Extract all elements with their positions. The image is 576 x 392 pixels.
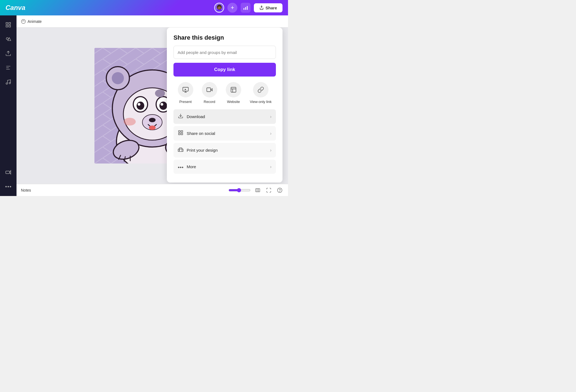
view-only-label: View-only link [250,100,271,104]
present-label: Present [179,100,192,104]
avatar[interactable]: 👩🏾‍🦱 [214,3,224,13]
svg-rect-54 [179,133,180,135]
svg-rect-61 [256,189,260,192]
animate-button[interactable]: Animate [21,19,42,24]
svg-rect-56 [178,149,183,151]
svg-rect-53 [181,131,183,132]
download-icon [178,113,183,120]
share-option-view-only[interactable]: View-only link [250,82,271,104]
analytics-button[interactable] [241,3,251,13]
svg-point-7 [6,38,8,40]
share-social-icon [178,130,183,137]
sidebar-item-audio[interactable] [2,76,14,88]
share-option-website[interactable]: Website [226,82,241,104]
print-chevron: › [270,148,271,153]
canva-logo: Canva [6,4,25,12]
print-menu-item[interactable]: Print your design › [173,143,276,157]
svg-point-15 [8,186,9,187]
fullscreen-button[interactable] [265,186,273,194]
header-right: 👩🏾‍🦱 + Share [214,3,282,13]
sidebar-item-upload[interactable] [2,47,14,59]
website-icon [226,82,241,97]
svg-point-14 [6,186,7,187]
svg-rect-2 [247,6,248,10]
notes-button[interactable]: Notes [21,188,31,192]
zoom-control [229,188,251,192]
bottom-right-controls [229,186,284,194]
svg-point-11 [9,82,11,84]
fit-to-screen-button[interactable] [254,186,262,194]
svg-point-35 [149,126,156,130]
website-label: Website [227,100,240,104]
print-icon [178,147,183,154]
svg-rect-52 [179,131,180,132]
share-options-row: Present Record [173,82,276,104]
help-button[interactable] [276,186,284,194]
canvas-bottom-bar: Notes [17,184,288,196]
share-option-record[interactable]: Record [202,82,217,104]
svg-point-17 [21,19,26,23]
svg-rect-55 [181,133,183,135]
svg-point-59 [180,167,181,168]
more-icon [178,164,183,170]
svg-rect-1 [245,7,246,10]
share-on-social-menu-item[interactable]: Share on social › [173,126,276,141]
svg-marker-13 [10,171,11,174]
svg-point-38 [155,89,165,97]
svg-point-34 [149,118,156,122]
sidebar-item-text[interactable] [2,62,14,74]
sidebar-item-layout[interactable] [2,19,14,31]
svg-marker-48 [185,89,186,90]
svg-rect-12 [6,171,10,173]
svg-point-10 [6,83,8,85]
svg-point-62 [278,188,282,192]
svg-rect-50 [231,87,236,92]
sidebar-item-elements[interactable] [2,33,14,45]
svg-point-24 [112,72,124,84]
header-left: Canva [6,4,25,12]
copy-link-button[interactable]: Copy link [173,63,276,77]
svg-rect-5 [6,25,8,27]
svg-rect-3 [6,23,8,24]
download-label: Download [187,114,205,119]
view-only-icon [253,82,268,97]
svg-point-36 [124,118,136,126]
sidebar-item-video[interactable] [2,166,14,178]
share-social-label: Share on social [187,131,215,136]
svg-point-31 [159,102,167,110]
svg-point-16 [10,186,11,187]
share-button[interactable]: Share [254,3,282,12]
email-input[interactable] [173,46,276,59]
svg-point-28 [137,102,144,110]
add-button[interactable]: + [227,3,237,13]
canvas-area: Animate [17,15,288,196]
svg-rect-49 [207,88,211,92]
svg-point-60 [182,167,183,168]
svg-point-29 [138,103,140,106]
record-icon [202,82,217,97]
canvas-content: Share this design Copy link [17,28,288,184]
svg-point-58 [178,167,180,168]
share-button-label: Share [265,6,277,10]
svg-point-32 [161,103,163,106]
zoom-slider[interactable] [229,188,251,192]
header: Canva 👩🏾‍🦱 + Share [0,0,288,15]
print-label: Print your design [187,148,218,153]
share-panel-title: Share this design [173,34,276,41]
svg-rect-0 [244,8,244,10]
svg-rect-6 [9,25,10,27]
download-menu-item[interactable]: Download › [173,109,276,124]
share-social-chevron: › [270,131,271,136]
more-menu-item[interactable]: More › [173,160,276,174]
canvas-toolbar: Animate [17,15,288,28]
animate-label: Animate [28,19,42,24]
record-label: Record [204,100,215,104]
present-icon [178,82,193,97]
share-panel: Share this design Copy link [167,28,282,183]
sidebar [0,15,17,196]
share-option-present[interactable]: Present [178,82,193,104]
download-chevron: › [270,114,271,119]
sidebar-item-more[interactable] [2,181,14,193]
more-label: More [187,164,196,169]
more-chevron: › [270,164,271,169]
